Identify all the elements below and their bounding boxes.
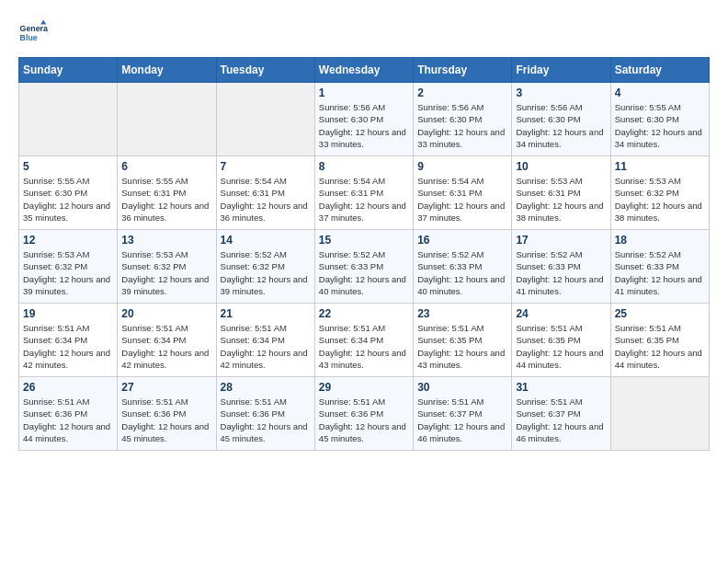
day-number: 4	[615, 86, 705, 99]
day-info: Sunrise: 5:56 AM Sunset: 6:30 PM Dayligh…	[319, 101, 409, 150]
calendar-cell: 31Sunrise: 5:51 AM Sunset: 6:37 PM Dayli…	[512, 377, 610, 451]
day-number: 10	[516, 160, 606, 173]
day-info: Sunrise: 5:51 AM Sunset: 6:34 PM Dayligh…	[121, 322, 211, 371]
day-number: 22	[319, 307, 409, 320]
day-info: Sunrise: 5:56 AM Sunset: 6:30 PM Dayligh…	[417, 101, 507, 150]
day-header-tuesday: Tuesday	[216, 58, 314, 83]
week-row-5: 26Sunrise: 5:51 AM Sunset: 6:36 PM Dayli…	[19, 377, 710, 451]
calendar-cell: 13Sunrise: 5:53 AM Sunset: 6:32 PM Dayli…	[118, 230, 216, 304]
day-info: Sunrise: 5:51 AM Sunset: 6:35 PM Dayligh…	[417, 322, 507, 371]
day-info: Sunrise: 5:53 AM Sunset: 6:32 PM Dayligh…	[23, 248, 113, 297]
calendar-cell: 4Sunrise: 5:55 AM Sunset: 6:30 PM Daylig…	[610, 83, 709, 156]
calendar-cell: 27Sunrise: 5:51 AM Sunset: 6:36 PM Dayli…	[118, 377, 216, 451]
day-number: 19	[23, 307, 113, 320]
day-number: 28	[221, 381, 311, 394]
calendar-cell: 15Sunrise: 5:52 AM Sunset: 6:33 PM Dayli…	[314, 230, 413, 304]
day-number: 31	[516, 381, 606, 394]
calendar-table: SundayMondayTuesdayWednesdayThursdayFrid…	[18, 57, 710, 451]
day-header-friday: Friday	[512, 58, 610, 83]
calendar-cell: 21Sunrise: 5:51 AM Sunset: 6:34 PM Dayli…	[216, 304, 314, 377]
day-number: 2	[417, 86, 507, 99]
day-number: 24	[516, 307, 606, 320]
calendar-cell: 3Sunrise: 5:56 AM Sunset: 6:30 PM Daylig…	[512, 83, 610, 156]
day-number: 7	[221, 160, 311, 173]
calendar-cell: 10Sunrise: 5:53 AM Sunset: 6:31 PM Dayli…	[512, 156, 610, 230]
calendar-cell: 5Sunrise: 5:55 AM Sunset: 6:30 PM Daylig…	[19, 156, 118, 230]
day-info: Sunrise: 5:51 AM Sunset: 6:36 PM Dayligh…	[221, 396, 311, 444]
svg-marker-2	[40, 20, 46, 25]
day-info: Sunrise: 5:51 AM Sunset: 6:36 PM Dayligh…	[121, 396, 211, 444]
week-row-2: 5Sunrise: 5:55 AM Sunset: 6:30 PM Daylig…	[19, 156, 710, 230]
calendar-cell: 20Sunrise: 5:51 AM Sunset: 6:34 PM Dayli…	[118, 304, 216, 377]
day-number: 21	[221, 307, 311, 320]
calendar-cell	[610, 377, 709, 451]
calendar-cell: 22Sunrise: 5:51 AM Sunset: 6:34 PM Dayli…	[314, 304, 413, 377]
day-info: Sunrise: 5:54 AM Sunset: 6:31 PM Dayligh…	[319, 175, 409, 224]
day-info: Sunrise: 5:52 AM Sunset: 6:33 PM Dayligh…	[516, 248, 606, 297]
day-number: 9	[417, 160, 507, 173]
day-header-thursday: Thursday	[414, 58, 512, 83]
day-number: 20	[121, 307, 211, 320]
day-number: 26	[23, 381, 113, 394]
week-row-1: 1Sunrise: 5:56 AM Sunset: 6:30 PM Daylig…	[19, 83, 710, 156]
day-info: Sunrise: 5:52 AM Sunset: 6:33 PM Dayligh…	[417, 248, 507, 297]
logo-icon: General Blue	[18, 18, 48, 48]
day-info: Sunrise: 5:52 AM Sunset: 6:33 PM Dayligh…	[615, 248, 705, 297]
day-info: Sunrise: 5:51 AM Sunset: 6:34 PM Dayligh…	[23, 322, 113, 371]
day-info: Sunrise: 5:51 AM Sunset: 6:37 PM Dayligh…	[417, 396, 507, 444]
calendar-cell: 1Sunrise: 5:56 AM Sunset: 6:30 PM Daylig…	[314, 83, 413, 156]
day-number: 17	[516, 234, 606, 247]
calendar-cell	[19, 83, 118, 156]
day-number: 25	[615, 307, 705, 320]
svg-text:Blue: Blue	[20, 33, 38, 42]
day-info: Sunrise: 5:52 AM Sunset: 6:33 PM Dayligh…	[319, 248, 409, 297]
day-info: Sunrise: 5:51 AM Sunset: 6:36 PM Dayligh…	[23, 396, 113, 444]
day-number: 29	[319, 381, 409, 394]
week-row-3: 12Sunrise: 5:53 AM Sunset: 6:32 PM Dayli…	[19, 230, 710, 304]
calendar-cell: 16Sunrise: 5:52 AM Sunset: 6:33 PM Dayli…	[414, 230, 512, 304]
day-number: 1	[319, 86, 409, 99]
day-info: Sunrise: 5:56 AM Sunset: 6:30 PM Dayligh…	[516, 101, 606, 150]
day-number: 16	[417, 234, 507, 247]
calendar-cell: 29Sunrise: 5:51 AM Sunset: 6:36 PM Dayli…	[314, 377, 413, 451]
calendar-cell: 8Sunrise: 5:54 AM Sunset: 6:31 PM Daylig…	[314, 156, 413, 230]
day-info: Sunrise: 5:53 AM Sunset: 6:32 PM Dayligh…	[121, 248, 211, 297]
calendar-cell: 19Sunrise: 5:51 AM Sunset: 6:34 PM Dayli…	[19, 304, 118, 377]
day-header-saturday: Saturday	[610, 58, 709, 83]
day-number: 8	[319, 160, 409, 173]
calendar-cell	[118, 83, 216, 156]
header: General Blue	[18, 18, 710, 48]
day-info: Sunrise: 5:53 AM Sunset: 6:32 PM Dayligh…	[615, 175, 705, 224]
day-header-wednesday: Wednesday	[314, 58, 413, 83]
day-info: Sunrise: 5:54 AM Sunset: 6:31 PM Dayligh…	[221, 175, 311, 224]
calendar-cell: 24Sunrise: 5:51 AM Sunset: 6:35 PM Dayli…	[512, 304, 610, 377]
day-number: 6	[121, 160, 211, 173]
calendar-cell: 11Sunrise: 5:53 AM Sunset: 6:32 PM Dayli…	[610, 156, 709, 230]
calendar-cell: 14Sunrise: 5:52 AM Sunset: 6:32 PM Dayli…	[216, 230, 314, 304]
day-number: 23	[417, 307, 507, 320]
calendar-cell: 2Sunrise: 5:56 AM Sunset: 6:30 PM Daylig…	[414, 83, 512, 156]
day-info: Sunrise: 5:54 AM Sunset: 6:31 PM Dayligh…	[417, 175, 507, 224]
day-header-monday: Monday	[118, 58, 216, 83]
day-number: 15	[319, 234, 409, 247]
calendar-cell: 26Sunrise: 5:51 AM Sunset: 6:36 PM Dayli…	[19, 377, 118, 451]
day-number: 13	[121, 234, 211, 247]
day-number: 12	[23, 234, 113, 247]
day-number: 14	[221, 234, 311, 247]
day-number: 30	[417, 381, 507, 394]
day-info: Sunrise: 5:51 AM Sunset: 6:34 PM Dayligh…	[319, 322, 409, 371]
calendar-cell: 25Sunrise: 5:51 AM Sunset: 6:35 PM Dayli…	[610, 304, 709, 377]
calendar-cell: 9Sunrise: 5:54 AM Sunset: 6:31 PM Daylig…	[414, 156, 512, 230]
day-info: Sunrise: 5:55 AM Sunset: 6:30 PM Dayligh…	[615, 101, 705, 150]
calendar-cell: 6Sunrise: 5:55 AM Sunset: 6:31 PM Daylig…	[118, 156, 216, 230]
day-info: Sunrise: 5:52 AM Sunset: 6:32 PM Dayligh…	[221, 248, 311, 297]
calendar-cell: 12Sunrise: 5:53 AM Sunset: 6:32 PM Dayli…	[19, 230, 118, 304]
svg-text:General: General	[20, 24, 48, 33]
logo: General Blue	[18, 18, 48, 48]
calendar-cell: 7Sunrise: 5:54 AM Sunset: 6:31 PM Daylig…	[216, 156, 314, 230]
calendar-cell: 28Sunrise: 5:51 AM Sunset: 6:36 PM Dayli…	[216, 377, 314, 451]
day-info: Sunrise: 5:51 AM Sunset: 6:34 PM Dayligh…	[221, 322, 311, 371]
day-number: 11	[615, 160, 705, 173]
day-number: 5	[23, 160, 113, 173]
calendar-cell: 30Sunrise: 5:51 AM Sunset: 6:37 PM Dayli…	[414, 377, 512, 451]
